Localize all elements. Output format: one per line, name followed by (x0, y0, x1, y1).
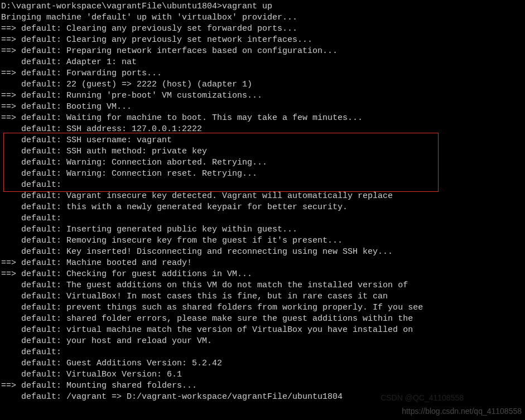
line-text: default: your host and reload your VM. (21, 336, 212, 346)
output-line: default: Key inserted! Disconnecting and… (1, 247, 525, 258)
output-line: ==> default: Preparing network interface… (1, 46, 525, 57)
line-text: default: VirtualBox Version: 6.1 (21, 370, 182, 379)
output-line: default: your host and reload your VM. (1, 336, 525, 347)
output-line: ==> default: Forwarding ports... (1, 68, 525, 79)
line-prefix (1, 336, 21, 346)
line-prefix (1, 347, 21, 357)
line-prefix (1, 236, 21, 245)
line-text: default: Warning: Connection aborted. Re… (21, 158, 267, 167)
output-line: default: SSH username: vagrant (1, 135, 525, 146)
line-text: default: Inserting generated public key … (21, 225, 297, 234)
output-line: default: virtual machine match the versi… (1, 325, 525, 336)
line-prefix (1, 370, 21, 379)
output-line: ==> default: Machine booted and ready! (1, 258, 525, 269)
line-prefix (1, 247, 21, 257)
prompt-path: D:\vagrant-workspace\vagrantFile\ubuntu1… (1, 2, 222, 11)
line-prefix (1, 281, 21, 290)
line-text: default: shared folder errors, please ma… (21, 314, 413, 324)
line-prefix (1, 325, 21, 335)
line-text: default: Preparing network interfaces ba… (21, 46, 338, 56)
line-text: default: (21, 347, 61, 357)
line-text: default: Clearing any previously set net… (21, 35, 312, 45)
line-prefix: ==> (1, 69, 21, 78)
line-prefix: ==> (1, 102, 21, 112)
line-text: default: Vagrant insecure key detected. … (21, 191, 393, 201)
output-line: default: this with a newly generated key… (1, 202, 525, 213)
line-text: default: this with a newly generated key… (21, 202, 348, 212)
line-prefix (1, 191, 21, 201)
output-line: default: (1, 213, 525, 224)
output-line: default: 22 (guest) => 2222 (host) (adap… (1, 79, 525, 90)
output-line: default: Adapter 1: nat (1, 57, 525, 68)
line-prefix (1, 214, 21, 223)
output-line: default: shared folder errors, please ma… (1, 313, 525, 325)
output-line: ==> default: Waiting for machine to boot… (1, 113, 525, 124)
line-prefix (1, 292, 21, 301)
line-text: default: (21, 180, 61, 190)
watermark: https://blog.csdn.net/qq_41108558 (402, 405, 522, 417)
line-prefix (1, 359, 21, 368)
terminal-output[interactable]: D:\vagrant-workspace\vagrantFile\ubuntu1… (1, 1, 525, 403)
line-text: default: virtual machine match the versi… (21, 325, 413, 335)
output-line: default: (1, 347, 525, 358)
line-prefix (1, 202, 21, 212)
line-text: default: The guest additions on this VM … (21, 281, 408, 290)
line-prefix: ==> (1, 91, 21, 100)
line-prefix: ==> (1, 113, 21, 123)
output-line: default: Removing insecure key from the … (1, 235, 525, 247)
line-text: default: Removing insecure key from the … (21, 236, 343, 245)
output-line: default: Warning: Connection reset. Retr… (1, 168, 525, 180)
line-text: default: Forwarding ports... (21, 69, 162, 78)
line-text: default: VirtualBox! In most cases this … (21, 292, 388, 301)
line-text: default: Guest Additions Version: 5.2.42 (21, 359, 222, 368)
output-line: ==> default: Clearing any previously set… (1, 23, 525, 35)
line-prefix (1, 303, 21, 312)
prompt-command: vagrant up (222, 2, 272, 11)
line-prefix: ==> (1, 24, 21, 33)
line-prefix (1, 80, 21, 89)
line-prefix (1, 147, 21, 156)
line-text: default: Warning: Connection reset. Retr… (21, 169, 257, 178)
line-prefix: ==> (1, 46, 21, 56)
output-line: Bringing machine 'default' up with 'virt… (1, 12, 525, 23)
line-prefix: ==> (1, 35, 21, 45)
output-line: default: SSH auth method: private key (1, 146, 525, 157)
line-prefix (1, 392, 21, 402)
output-line: default: Inserting generated public key … (1, 224, 525, 235)
line-text: default: Checking for guest additions in… (21, 269, 252, 279)
output-line: default: Warning: Connection aborted. Re… (1, 157, 525, 168)
output-line: default: SSH address: 127.0.0.1:2222 (1, 124, 525, 135)
line-text: default: Machine booted and ready! (21, 258, 192, 268)
output-line: ==> default: Booting VM... (1, 102, 525, 113)
line-text: default: Booting VM... (21, 102, 132, 112)
line-prefix: ==> (1, 258, 21, 268)
line-text: default: Key inserted! Disconnecting and… (21, 247, 393, 257)
line-text: default: Clearing any previously set for… (21, 24, 297, 33)
output-line: default: The guest additions on this VM … (1, 280, 525, 291)
line-text: default: 22 (guest) => 2222 (host) (adap… (21, 80, 252, 89)
line-prefix: ==> (1, 269, 21, 279)
line-text: default: Running 'pre-boot' VM customiza… (21, 91, 262, 100)
line-prefix: ==> (1, 381, 21, 390)
output-line: ==> default: Checking for guest addition… (1, 269, 525, 280)
line-text: default: SSH address: 127.0.0.1:2222 (21, 124, 202, 134)
line-prefix (1, 314, 21, 324)
line-text: default: Adapter 1: nat (21, 57, 137, 67)
output-line: default: /vagrant => D:/vagrant-workspac… (1, 392, 525, 403)
line-prefix (1, 57, 21, 67)
line-text: Bringing machine 'default' up with 'virt… (1, 13, 297, 22)
output-line: default: VirtualBox Version: 6.1 (1, 369, 525, 380)
output-line: ==> default: Mounting shared folders... (1, 380, 525, 392)
line-text: default: prevent things such as shared f… (21, 303, 423, 312)
prompt-line: D:\vagrant-workspace\vagrantFile\ubuntu1… (1, 1, 525, 12)
line-prefix (1, 124, 21, 134)
line-text: default: SSH username: vagrant (21, 136, 172, 145)
line-prefix (1, 180, 21, 190)
line-text: default: SSH auth method: private key (21, 147, 207, 156)
output-line: ==> default: Running 'pre-boot' VM custo… (1, 90, 525, 102)
line-prefix (1, 136, 21, 145)
output-line: default: prevent things such as shared f… (1, 302, 525, 313)
output-line: default: Vagrant insecure key detected. … (1, 191, 525, 202)
output-line: ==> default: Clearing any previously set… (1, 35, 525, 46)
line-text: default: (21, 214, 61, 223)
